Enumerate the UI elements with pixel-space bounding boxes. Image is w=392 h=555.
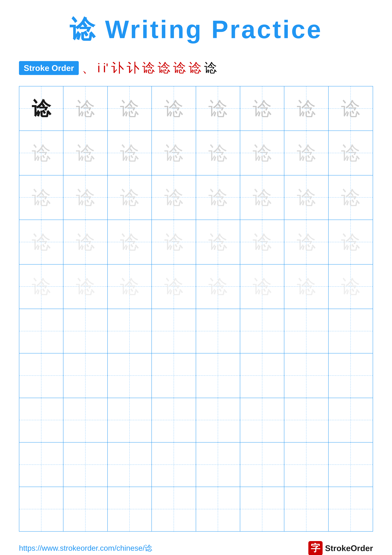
footer-url[interactable]: https://www.strokeorder.com/chinese/谂 [19,543,152,553]
grid-cell-10-2[interactable] [64,487,107,531]
grid-cell-2-7[interactable]: 谂 [284,131,328,175]
grid-cell-9-2[interactable] [64,443,107,487]
grid-cell-9-4[interactable] [152,443,196,487]
stroke-step-5: 讣 [127,59,139,77]
grid-cell-5-3[interactable]: 谂 [108,264,152,309]
grid-cell-10-5[interactable] [196,487,240,531]
char-2-7: 谂 [297,144,316,162]
grid-cell-3-2[interactable]: 谂 [64,175,107,219]
grid-cell-2-2[interactable]: 谂 [64,131,107,175]
char-1-4: 谂 [164,99,183,118]
stroke-step-8: 谂 [173,59,186,77]
grid-row-2: 谂 谂 谂 谂 谂 谂 谂 谂 [19,131,373,175]
char-1-2: 谂 [76,99,95,118]
char-3-4: 谂 [164,188,183,207]
grid-cell-8-3[interactable] [108,398,152,442]
grid-cell-3-5[interactable]: 谂 [196,175,240,219]
grid-cell-6-3[interactable] [108,309,152,353]
grid-cell-8-8[interactable] [328,398,373,442]
grid-cell-6-1[interactable] [19,309,64,353]
grid-cell-5-2[interactable]: 谂 [64,264,107,309]
footer: https://www.strokeorder.com/chinese/谂 字 … [19,532,373,555]
grid-cell-9-7[interactable] [284,443,328,487]
grid-cell-6-4[interactable] [152,309,196,353]
grid-cell-5-1[interactable]: 谂 [19,264,64,309]
grid-cell-4-3[interactable]: 谂 [108,220,152,264]
grid-cell-7-4[interactable] [152,353,196,398]
char-2-3: 谂 [120,144,139,162]
char-5-1: 谂 [32,277,51,296]
grid-cell-6-5[interactable] [196,309,240,353]
grid-cell-1-3[interactable]: 谂 [108,86,152,131]
grid-cell-7-5[interactable] [196,353,240,398]
grid-cell-10-8[interactable] [328,487,373,531]
grid-cell-6-2[interactable] [64,309,107,353]
grid-cell-8-5[interactable] [196,398,240,442]
grid-cell-10-6[interactable] [240,487,284,531]
grid-cell-1-1[interactable]: 谂 [19,86,64,131]
grid-cell-4-6[interactable]: 谂 [240,220,284,264]
grid-cell-1-8[interactable]: 谂 [328,86,373,131]
grid-row-1: 谂 谂 谂 谂 谂 谂 谂 谂 [19,86,373,131]
grid-cell-8-1[interactable] [19,398,64,442]
grid-row-4: 谂 谂 谂 谂 谂 谂 谂 谂 [19,220,373,264]
grid-cell-9-1[interactable] [19,443,64,487]
grid-cell-1-4[interactable]: 谂 [152,86,196,131]
grid-cell-1-5[interactable]: 谂 [196,86,240,131]
grid-cell-6-6[interactable] [240,309,284,353]
grid-cell-9-5[interactable] [196,443,240,487]
grid-cell-10-1[interactable] [19,487,64,531]
grid-cell-2-4[interactable]: 谂 [152,131,196,175]
grid-cell-2-1[interactable]: 谂 [19,131,64,175]
grid-cell-2-8[interactable]: 谂 [328,131,373,175]
grid-cell-5-5[interactable]: 谂 [196,264,240,309]
grid-cell-6-7[interactable] [284,309,328,353]
grid-cell-2-3[interactable]: 谂 [108,131,152,175]
grid-cell-10-3[interactable] [108,487,152,531]
grid-cell-2-6[interactable]: 谂 [240,131,284,175]
grid-cell-3-6[interactable]: 谂 [240,175,284,219]
grid-cell-2-5[interactable]: 谂 [196,131,240,175]
grid-cell-5-8[interactable]: 谂 [328,264,373,309]
grid-cell-9-3[interactable] [108,443,152,487]
grid-cell-9-8[interactable] [328,443,373,487]
grid-cell-7-3[interactable] [108,353,152,398]
char-1-8: 谂 [341,99,360,118]
grid-cell-5-7[interactable]: 谂 [284,264,328,309]
grid-cell-8-2[interactable] [64,398,107,442]
grid-cell-10-7[interactable] [284,487,328,531]
grid-cell-4-7[interactable]: 谂 [284,220,328,264]
grid-cell-1-6[interactable]: 谂 [240,86,284,131]
grid-cell-5-6[interactable]: 谂 [240,264,284,309]
grid-cell-3-8[interactable]: 谂 [328,175,373,219]
grid-cell-8-4[interactable] [152,398,196,442]
grid-cell-7-8[interactable] [328,353,373,398]
grid-cell-4-2[interactable]: 谂 [64,220,107,264]
grid-cell-3-1[interactable]: 谂 [19,175,64,219]
char-4-2: 谂 [76,233,95,252]
grid-cell-3-3[interactable]: 谂 [108,175,152,219]
grid-row-3: 谂 谂 谂 谂 谂 谂 谂 谂 [19,175,373,220]
grid-cell-4-8[interactable]: 谂 [328,220,373,264]
grid-cell-7-6[interactable] [240,353,284,398]
grid-cell-1-7[interactable]: 谂 [284,86,328,131]
grid-cell-4-5[interactable]: 谂 [196,220,240,264]
grid-cell-4-1[interactable]: 谂 [19,220,64,264]
char-3-1: 谂 [32,188,51,207]
grid-cell-6-8[interactable] [328,309,373,353]
grid-cell-3-7[interactable]: 谂 [284,175,328,219]
grid-cell-3-4[interactable]: 谂 [152,175,196,219]
grid-cell-9-6[interactable] [240,443,284,487]
grid-cell-10-4[interactable] [152,487,196,531]
grid-cell-7-7[interactable] [284,353,328,398]
char-5-7: 谂 [297,277,316,296]
grid-cell-7-2[interactable] [64,353,107,398]
grid-cell-8-6[interactable] [240,398,284,442]
grid-cell-4-4[interactable]: 谂 [152,220,196,264]
grid-cell-8-7[interactable] [284,398,328,442]
char-1-6: 谂 [253,99,272,118]
grid-cell-5-4[interactable]: 谂 [152,264,196,309]
grid-cell-1-2[interactable]: 谂 [64,86,107,131]
logo-char: 字 [311,542,320,555]
grid-cell-7-1[interactable] [19,353,64,398]
